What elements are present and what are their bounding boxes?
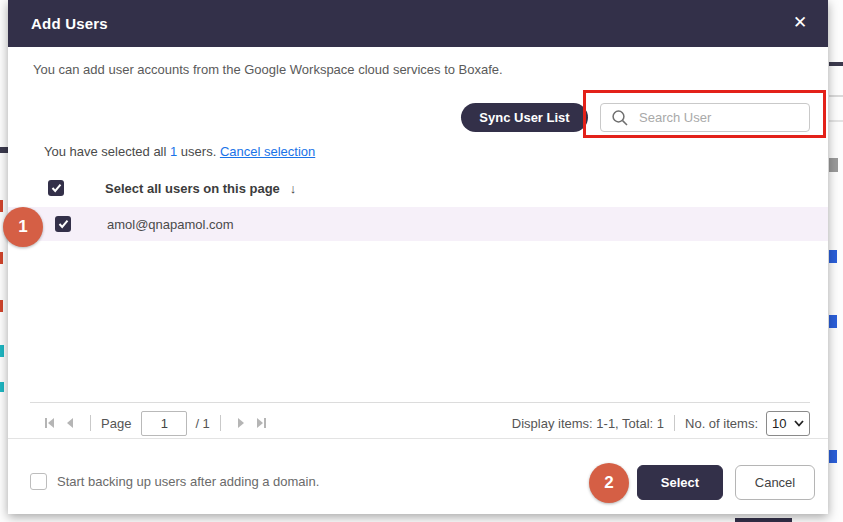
divider [8, 438, 828, 439]
select-all-checkbox[interactable] [48, 180, 64, 196]
divider [90, 415, 91, 431]
items-per-page-select[interactable]: 10 [766, 411, 810, 436]
background-fragment [829, 62, 843, 66]
display-items-text: Display items: 1-1, Total: 1 [512, 416, 664, 431]
divider [674, 415, 675, 431]
background-fragment [829, 158, 838, 172]
selection-summary: You have selected all 1 users. Cancel se… [44, 144, 315, 159]
background-fragment [0, 200, 3, 212]
last-page-icon[interactable] [251, 413, 271, 433]
background-fragment [829, 315, 837, 328]
background-fragment [829, 95, 843, 97]
close-icon[interactable]: ✕ [782, 0, 818, 47]
background-fragment [0, 300, 3, 312]
search-icon [611, 109, 629, 127]
sync-user-list-button[interactable]: Sync User List [461, 103, 588, 132]
first-page-icon[interactable] [40, 413, 60, 433]
background-fragment [0, 345, 4, 357]
cancel-selection-link[interactable]: Cancel selection [220, 144, 315, 159]
search-field[interactable] [600, 103, 810, 132]
background-fragment [0, 147, 8, 153]
check-icon [58, 219, 69, 229]
background-fragment [735, 518, 792, 522]
footer-option: Start backing up users after adding a do… [30, 473, 319, 490]
items-per-page-label: No. of items: [685, 416, 758, 431]
select-all-label: Select all users on this page [105, 181, 280, 196]
background-fragment [0, 382, 4, 392]
pagination-info: Display items: 1-1, Total: 1 No. of item… [512, 411, 810, 436]
chevron-down-icon [794, 420, 804, 427]
previous-page-icon[interactable] [60, 413, 80, 433]
user-list-row[interactable]: amol@qnapamol.com [8, 207, 828, 241]
next-page-icon[interactable] [231, 413, 251, 433]
pagination-bar: Page / 1 Display items: 1-1, Total: 1 No… [8, 408, 828, 438]
user-list-header: Select all users on this page ↓ [8, 173, 828, 203]
search-input[interactable] [639, 110, 809, 125]
sort-descending-icon[interactable]: ↓ [290, 181, 297, 196]
cancel-button[interactable]: Cancel [735, 465, 815, 500]
page-number-input[interactable] [141, 411, 187, 436]
background-fragment [0, 252, 3, 264]
selection-suffix: users. [177, 144, 220, 159]
check-icon [51, 183, 62, 193]
background-fragment [829, 450, 837, 463]
start-backup-checkbox[interactable] [30, 473, 47, 490]
dialog-header: Add Users ✕ [8, 0, 828, 47]
user-row-checkbox[interactable] [55, 216, 71, 232]
dialog-description: You can add user accounts from the Googl… [33, 62, 503, 77]
user-email: amol@qnapamol.com [107, 217, 234, 232]
page-total: / 1 [195, 416, 209, 431]
items-per-page-value: 10 [772, 416, 786, 431]
start-backup-label: Start backing up users after adding a do… [57, 474, 319, 489]
select-button[interactable]: Select [637, 465, 723, 500]
selection-prefix: You have selected all [44, 144, 170, 159]
screen: Add Users ✕ You can add user accounts fr… [0, 0, 843, 522]
add-users-dialog: Add Users ✕ You can add user accounts fr… [8, 0, 828, 514]
divider [220, 415, 221, 431]
background-fragment [829, 120, 843, 122]
page-label: Page [101, 416, 131, 431]
annotation-step-1-badge: 1 [3, 207, 43, 247]
dialog-title: Add Users [31, 0, 108, 47]
background-fragment [829, 250, 837, 263]
annotation-step-2-badge: 2 [589, 463, 629, 503]
divider [30, 402, 810, 403]
